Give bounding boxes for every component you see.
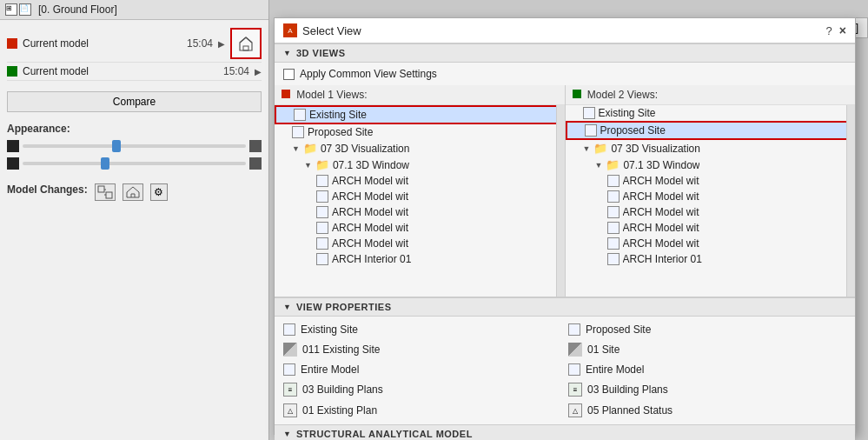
- modal-title-controls: ? ×: [826, 23, 846, 37]
- appearance-label: Appearance:: [7, 123, 262, 135]
- model2-color-dot: [7, 66, 17, 77]
- prop-right-building-plans: ≡ 03 Building Plans: [568, 381, 846, 398]
- prop-left-label-1: Existing Site: [301, 323, 358, 336]
- model1-arch-item-4[interactable]: ARCH Model wit: [275, 220, 565, 236]
- slider2-track[interactable]: [23, 162, 246, 165]
- model-changes-icon1[interactable]: [95, 183, 116, 201]
- prop-left-existing-plan: △ 01 Existing Plan: [283, 402, 561, 419]
- model1-existing-site[interactable]: Existing Site: [275, 105, 565, 124]
- model2-arch4-label: ARCH Model wit: [623, 222, 699, 234]
- model1-arch4-icon: [316, 222, 328, 234]
- svg-rect-0: [243, 46, 248, 50]
- prop-left-icon-1: [283, 323, 295, 336]
- model2-arch-interior[interactable]: ARCH Interior 01: [566, 251, 856, 267]
- model2-view-list[interactable]: Existing Site Proposed Site ▼ 📁 07 3D Vi…: [566, 105, 856, 297]
- model2-arch-item-2[interactable]: ARCH Model wit: [566, 189, 856, 204]
- model1-col-header: Model 1 Views:: [275, 85, 565, 105]
- model2-folder-07[interactable]: ▼ 📁 07 3D Visualization: [566, 140, 856, 157]
- view-props-collapse-arrow[interactable]: ▼: [283, 303, 291, 311]
- structural-collapse-arrow[interactable]: ▼: [283, 430, 291, 438]
- model2-arch2-label: ARCH Model wit: [623, 190, 699, 203]
- model1-arch-item-1[interactable]: ARCH Model wit: [275, 173, 565, 189]
- prop-right-icon-3: [568, 363, 580, 376]
- model1-scrollbar[interactable]: [556, 105, 565, 297]
- model1-folder071-arrow: ▼: [304, 161, 312, 170]
- model2-arch-item-5[interactable]: ARCH Model wit: [566, 236, 856, 251]
- compare-button[interactable]: Compare: [7, 91, 262, 112]
- slider2-thumb[interactable]: [101, 157, 109, 170]
- model2-folder07-label: 07 3D Visualization: [611, 143, 700, 155]
- model1-house-icon[interactable]: [230, 28, 262, 59]
- model1-proposed-site[interactable]: Proposed Site: [275, 124, 565, 140]
- model-changes-section: Model Changes: ⚙: [0, 180, 268, 204]
- apply-common-row: Apply Common View Settings: [275, 63, 855, 85]
- prop-left-building-plans: ≡ 03 Building Plans: [283, 381, 561, 398]
- model2-arch5-label: ARCH Model wit: [623, 237, 699, 250]
- model2-existing-site-label: Existing Site: [599, 107, 656, 119]
- model2-arch1-icon: [607, 175, 620, 187]
- model1-expand-arrow[interactable]: ▶: [218, 39, 225, 49]
- prop-left-existing-site: Existing Site: [283, 322, 561, 337]
- model2-label: Current model: [23, 65, 218, 77]
- modal-titlebar: A Select View ? ×: [275, 18, 855, 43]
- model1-arch-item-5[interactable]: ARCH Model wit: [275, 236, 565, 251]
- prop-left-icon-5: △: [283, 403, 297, 417]
- slider2-left-icon: [7, 157, 19, 170]
- model2-existing-site-icon: [583, 107, 595, 119]
- model2-folder-071[interactable]: ▼ 📁 07.1 3D Window: [566, 157, 856, 173]
- model1-arch-item-3[interactable]: ARCH Model wit: [275, 204, 565, 220]
- model1-arch2-label: ARCH Model wit: [332, 190, 408, 203]
- prop-left-icon-4: ≡: [283, 383, 297, 397]
- 3d-views-collapse-arrow[interactable]: ▼: [283, 49, 291, 57]
- model2-arch-item-3[interactable]: ARCH Model wit: [566, 204, 856, 220]
- model2-folder07-arrow: ▼: [583, 144, 591, 153]
- model2-arch3-label: ARCH Model wit: [623, 206, 699, 218]
- model2-scrollbar[interactable]: [846, 105, 855, 297]
- model2-arch-item-4[interactable]: ARCH Model wit: [566, 220, 856, 236]
- slider1-right-icon: [249, 140, 262, 152]
- modal-title: Select View: [302, 24, 361, 37]
- prop-right-icon-5: △: [568, 403, 582, 417]
- model1-arch3-label: ARCH Model wit: [332, 206, 408, 218]
- prop-right-icon-1: [568, 323, 580, 336]
- 3d-views-section-header: ▼ 3D VIEWS: [275, 43, 855, 63]
- model2-proposed-site-label: Proposed Site: [600, 124, 666, 137]
- model1-folder-07[interactable]: ▼ 📁 07 3D Visualization: [275, 140, 565, 157]
- two-col-views: Model 1 Views: Existing Site Proposed Si…: [275, 85, 855, 297]
- model2-folder07-icon: 📁: [593, 142, 607, 155]
- model2-folder071-icon: 📁: [606, 158, 620, 171]
- model2-arch-interior-label: ARCH Interior 01: [623, 253, 702, 265]
- model1-color-dot: [7, 38, 17, 49]
- view-properties-section-header: ▼ VIEW PROPERTIES: [275, 297, 855, 317]
- modal-help-button[interactable]: ?: [826, 24, 832, 37]
- model2-arch-item-1[interactable]: ARCH Model wit: [566, 173, 856, 189]
- slider1-thumb[interactable]: [112, 140, 121, 152]
- prop-left-label-2: 011 Existing Site: [302, 343, 380, 356]
- model2-existing-site[interactable]: Existing Site: [566, 105, 856, 121]
- structural-title: STRUCTURAL ANALYTICAL MODEL: [296, 429, 473, 439]
- apply-common-label: Apply Common View Settings: [300, 68, 437, 80]
- gear-icon[interactable]: ⚙: [150, 183, 168, 201]
- model2-folder071-label: 07.1 3D Window: [623, 159, 699, 171]
- model2-color-indicator: [573, 90, 581, 98]
- model2-arch-interior-icon: [607, 253, 620, 265]
- model1-arch-interior[interactable]: ARCH Interior 01: [275, 251, 565, 267]
- apply-common-checkbox[interactable]: [283, 69, 295, 80]
- model1-folder07-arrow: ▼: [292, 144, 300, 153]
- model2-arch5-icon: [607, 237, 620, 250]
- model-row-2: Current model 15:04 ▶: [7, 63, 262, 81]
- appearance-section: Appearance:: [0, 117, 268, 180]
- model2-expand-arrow[interactable]: ▶: [255, 67, 262, 77]
- model-changes-icon2[interactable]: [123, 183, 143, 201]
- model1-arch-item-2[interactable]: ARCH Model wit: [275, 189, 565, 204]
- model1-arch3-icon: [316, 206, 328, 218]
- view-properties-grid: Existing Site Proposed Site 011 Existing…: [275, 317, 855, 424]
- model1-folder-071[interactable]: ▼ 📁 07.1 3D Window: [275, 157, 565, 173]
- modal-close-button[interactable]: ×: [839, 23, 846, 37]
- grid-icon: ⊞: [5, 3, 17, 16]
- slider1-track[interactable]: [23, 144, 246, 148]
- select-view-dialog: A Select View ? × ▼ 3D VIEWS Apply Commo…: [274, 17, 856, 435]
- model2-proposed-site[interactable]: Proposed Site: [566, 121, 856, 140]
- model1-view-list[interactable]: Existing Site Proposed Site ▼ 📁 07 3D Vi…: [275, 105, 565, 297]
- model-rows: Current model 15:04 ▶ Current model 15:0…: [0, 20, 268, 86]
